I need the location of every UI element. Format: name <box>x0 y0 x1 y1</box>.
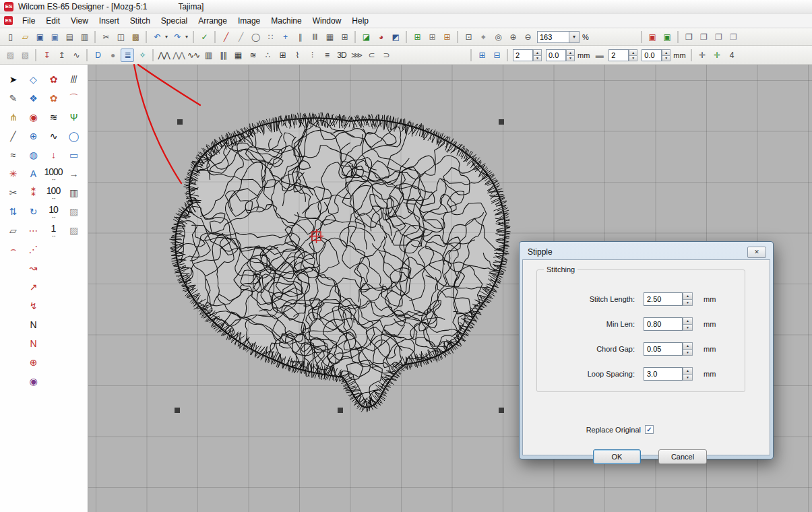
shape-icon[interactable]: ◩ <box>389 30 402 44</box>
print-preview-icon[interactable]: ▥ <box>77 30 91 44</box>
column-stitch-icon[interactable]: ∥ <box>293 30 307 44</box>
pattern-table-icon[interactable]: ⊞ <box>440 30 454 44</box>
flip-tool-icon[interactable]: ⇅ <box>3 202 23 221</box>
density-10-icon[interactable]: 10 ↔ <box>43 202 63 221</box>
dot-icon[interactable]: ● <box>106 49 119 62</box>
grid-fill-icon[interactable]: ⊞ <box>338 30 351 44</box>
fork-tool-icon[interactable]: ⋔ <box>3 108 23 127</box>
fine-lines-icon[interactable]: ∥∥ <box>216 49 230 62</box>
spinner-down-icon[interactable]: ▼ <box>662 55 670 61</box>
needle-point-icon[interactable]: ↧ <box>40 49 53 62</box>
window-3-icon[interactable]: ❐ <box>712 30 725 44</box>
density-100-icon[interactable]: 100 ↔ <box>43 183 63 202</box>
fusion-fill-icon[interactable]: ▦ <box>323 30 336 44</box>
zigzag-tool-icon[interactable]: ∿ <box>43 127 63 146</box>
fringe-c-icon[interactable]: ∿∿ <box>187 49 200 62</box>
wave-fill-icon[interactable]: ≋ <box>246 49 259 62</box>
print-icon[interactable]: ▤ <box>63 30 76 44</box>
cancel-button[interactable]: Cancel <box>658 449 707 464</box>
zig-arrow-tool-icon[interactable]: ↝ <box>23 259 43 278</box>
spinner-up-icon[interactable]: ▲ <box>683 342 693 349</box>
spinner-up-icon[interactable]: ▲ <box>683 317 693 324</box>
spinner-down-icon[interactable]: ▼ <box>629 55 637 61</box>
save-as-icon[interactable]: ▣ <box>48 30 61 44</box>
polygon-select-icon[interactable]: ◇ <box>23 70 43 89</box>
move-design-icon[interactable]: ✛ <box>695 49 709 62</box>
Arrange[interactable]: Arrange <box>193 15 232 27</box>
graph-icon[interactable]: ◪ <box>359 30 373 44</box>
flower-b-tool-icon[interactable]: ✿ <box>43 89 63 108</box>
columns-tool-icon[interactable]: ▥ <box>63 183 84 202</box>
move-hoop-icon[interactable]: ✛ <box>710 49 724 62</box>
spinner-down-icon[interactable]: ▼ <box>683 299 693 306</box>
ok-button[interactable]: OK <box>593 449 641 464</box>
fringe-d-icon[interactable]: ⋙ <box>350 49 363 62</box>
copy-icon[interactable]: ◫ <box>114 30 127 44</box>
rotate-tool-icon[interactable]: ↻ <box>23 202 43 221</box>
dots-tool-icon[interactable]: ⋯ <box>23 221 43 240</box>
spinner-down-icon[interactable]: ▼ <box>683 324 693 331</box>
team-tool-icon[interactable]: ⁑ <box>23 183 43 202</box>
spinner-up-icon[interactable]: ▲ <box>629 49 637 55</box>
Edit[interactable]: Edit <box>40 15 65 27</box>
spinner-down-icon[interactable]: ▼ <box>683 374 693 381</box>
stipple-shape-icon[interactable]: ✧ <box>135 49 149 62</box>
field-input[interactable] <box>644 367 683 381</box>
Stitch[interactable]: Stitch <box>125 15 156 27</box>
replace-original-checkbox[interactable]: ✓ <box>645 425 654 434</box>
field-input[interactable] <box>644 292 683 306</box>
target-red-tool-icon[interactable]: ⊕ <box>23 353 43 372</box>
column-b-stitch-icon[interactable]: Ⅲ <box>308 30 321 44</box>
spinner-up-icon[interactable]: ▲ <box>683 367 693 374</box>
zoom-in-icon[interactable]: ⊕ <box>506 30 520 44</box>
meander-tool-icon[interactable]: ≋ <box>43 108 63 127</box>
letter-d-icon[interactable]: D <box>91 49 104 62</box>
three-d-icon[interactable]: 3D <box>335 49 348 62</box>
prev-design-icon[interactable]: ▨ <box>3 49 17 62</box>
ellipse-tool-icon[interactable]: ◯ <box>63 127 84 146</box>
star-tool-icon[interactable]: ✳ <box>3 164 23 183</box>
Insert[interactable]: Insert <box>94 15 125 27</box>
thread-table-icon[interactable]: ⊞ <box>410 30 424 44</box>
transform-tool-icon[interactable]: ❖ <box>23 89 43 108</box>
satin-lines-icon[interactable]: ▥ <box>201 49 215 62</box>
color-blend-icon[interactable]: ◕ <box>374 30 387 44</box>
fan-right-icon[interactable]: ⊃ <box>379 49 393 62</box>
density-1000-icon[interactable]: 1000 ↔ <box>43 164 63 183</box>
arc-red-tool-icon[interactable]: ⌢ <box>3 240 23 259</box>
lettering-tool-icon[interactable]: A <box>23 164 43 183</box>
dot-fill-icon[interactable]: ∴ <box>261 49 274 62</box>
fill-stitch-icon[interactable]: ◯ <box>249 30 262 44</box>
rows-icon[interactable]: ≡ <box>320 49 334 62</box>
density-1-icon[interactable]: 1 ↔ <box>43 221 63 240</box>
pin-icon[interactable]: ↥ <box>55 49 68 62</box>
scissors-tool-icon[interactable]: ✂ <box>3 183 23 202</box>
wave-tool-icon[interactable]: ≈ <box>3 146 23 164</box>
grid-show-icon[interactable]: ⊞ <box>475 49 489 62</box>
sphere-tool-icon[interactable]: ⊕ <box>23 127 43 146</box>
fringe-a-icon[interactable]: ⋀⋀ <box>157 49 170 62</box>
window-4-icon[interactable]: ❐ <box>726 30 740 44</box>
redo-dropdown-icon[interactable]: ▾ <box>183 30 189 44</box>
n-red-tool-icon[interactable]: N <box>23 334 43 353</box>
dialog-title-bar[interactable]: Stipple ✕ <box>522 245 770 259</box>
motif-fill-icon[interactable]: ∷ <box>263 30 277 44</box>
undo-icon[interactable]: ↶ <box>150 30 164 44</box>
fringe-b-icon[interactable]: ⋀⋀ <box>172 49 185 62</box>
cut-icon[interactable]: ✂ <box>99 30 113 44</box>
spacing-icon[interactable]: ▬ <box>592 49 606 62</box>
accept-icon[interactable]: ✓ <box>197 30 211 44</box>
field-input[interactable] <box>644 342 683 356</box>
design-green-icon[interactable]: ▣ <box>660 30 674 44</box>
spinner-input[interactable] <box>546 49 566 61</box>
undo-dropdown-icon[interactable]: ▾ <box>163 30 169 44</box>
run-stitch-icon[interactable]: ╱ <box>219 30 232 44</box>
zoom-area-icon[interactable]: ⌖ <box>476 30 490 44</box>
zoom-1to1-icon[interactable]: ◎ <box>491 30 505 44</box>
field-input[interactable] <box>644 317 683 331</box>
Special[interactable]: Special <box>156 15 193 27</box>
zoom-dropdown-icon[interactable]: ▾ <box>569 31 580 43</box>
bolt-tool-icon[interactable]: ↯ <box>23 296 43 315</box>
redo-icon[interactable]: ↷ <box>170 30 184 44</box>
Image[interactable]: Image <box>232 15 266 27</box>
